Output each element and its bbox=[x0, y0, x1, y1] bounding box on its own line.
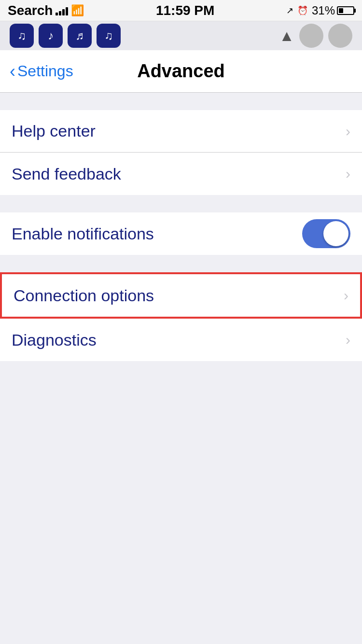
status-right: ↗ ⏰ 31% bbox=[286, 4, 354, 17]
toggle-knob bbox=[323, 221, 348, 246]
status-time: 11:59 PM bbox=[156, 3, 214, 18]
location-icon: ↗ bbox=[286, 5, 293, 16]
section-gap-2 bbox=[0, 195, 362, 212]
nav-bar: ‹ Settings Advanced bbox=[0, 50, 362, 93]
list-section-3: Connection options › Diagnostics › bbox=[0, 272, 362, 361]
app-icon-3: ♬ bbox=[68, 24, 92, 48]
connection-options-label: Connection options bbox=[14, 286, 154, 305]
list-item-connection-options[interactable]: Connection options › bbox=[2, 274, 360, 317]
help-center-label: Help center bbox=[12, 122, 96, 140]
app-icons-bar: ♫ ♪ ♬ ♫ ▲ bbox=[0, 21, 362, 50]
avatar-1 bbox=[299, 24, 323, 48]
battery-icon bbox=[337, 6, 354, 15]
bottom-background bbox=[0, 361, 362, 554]
back-button[interactable]: ‹ Settings bbox=[10, 62, 73, 80]
page-title: Advanced bbox=[137, 61, 225, 82]
app-icon-1: ♫ bbox=[10, 24, 34, 48]
list-item-diagnostics[interactable]: Diagnostics › bbox=[0, 319, 362, 361]
signal-bars-icon bbox=[56, 6, 68, 15]
app-icon-2: ♪ bbox=[39, 24, 63, 48]
wifi-icon: 📶 bbox=[71, 4, 84, 17]
connection-options-highlight: Connection options › bbox=[0, 272, 362, 319]
list-section-1: Help center › Send feedback › bbox=[0, 110, 362, 195]
send-feedback-label: Send feedback bbox=[12, 165, 121, 183]
toggle-item-notifications: Enable notifications bbox=[0, 212, 362, 255]
diagnostics-label: Diagnostics bbox=[12, 331, 97, 350]
battery-percent-label: 31% bbox=[312, 4, 335, 17]
chevron-right-icon-connection: › bbox=[344, 287, 348, 304]
chevron-right-icon-diagnostics: › bbox=[346, 332, 350, 348]
scroll-indicator-icon: ▲ bbox=[279, 27, 294, 45]
status-bar: Search 📶 11:59 PM ↗ ⏰ 31% bbox=[0, 0, 362, 21]
section-gap-3 bbox=[0, 255, 362, 272]
chevron-left-icon: ‹ bbox=[10, 63, 15, 80]
list-item-help-center[interactable]: Help center › bbox=[0, 110, 362, 153]
battery-fill bbox=[339, 8, 343, 13]
chevron-right-icon-feedback: › bbox=[346, 166, 350, 182]
notifications-toggle[interactable] bbox=[302, 219, 350, 248]
app-icon-4: ♫ bbox=[97, 24, 121, 48]
list-section-2: Enable notifications bbox=[0, 212, 362, 255]
alarm-icon: ⏰ bbox=[297, 5, 308, 16]
section-gap-1 bbox=[0, 93, 362, 110]
enable-notifications-label: Enable notifications bbox=[12, 224, 154, 243]
battery-container: 31% bbox=[312, 4, 354, 17]
list-item-send-feedback[interactable]: Send feedback › bbox=[0, 153, 362, 195]
chevron-right-icon-help: › bbox=[346, 123, 350, 140]
status-left: Search 📶 bbox=[8, 3, 84, 18]
back-label: Settings bbox=[17, 62, 73, 80]
carrier-label: Search bbox=[8, 3, 53, 18]
avatar-2 bbox=[328, 24, 352, 48]
